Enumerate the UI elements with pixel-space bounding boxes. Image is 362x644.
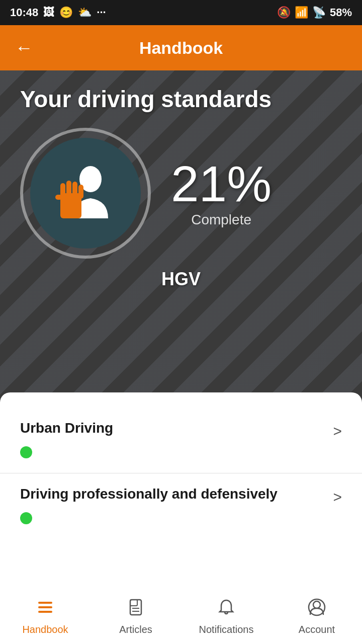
- page-title: Handbook: [139, 38, 223, 58]
- gallery-icon: 🖼: [43, 6, 54, 19]
- status-bar-left: 10:48 🖼 😊 ⛅ ···: [10, 6, 106, 19]
- more-icon: ···: [97, 6, 106, 19]
- emoji-icon: 😊: [59, 6, 73, 19]
- svg-rect-11: [130, 600, 137, 606]
- list-item[interactable]: Driving professionally and defensively >: [0, 473, 362, 539]
- user-icon: [308, 598, 326, 621]
- chevron-right-icon: >: [333, 423, 342, 440]
- list-item-header: Urban Driving >: [20, 420, 342, 442]
- list-item-header: Driving professionally and defensively >: [20, 486, 342, 508]
- svg-rect-9: [38, 611, 52, 613]
- nav-label-articles: Articles: [119, 624, 152, 635]
- mute-icon: 🔕: [277, 6, 291, 19]
- nav-item-handbook[interactable]: Handbook: [0, 598, 90, 635]
- file-icon: [127, 598, 145, 621]
- percentage-number: 21%: [171, 158, 272, 209]
- status-bar-right: 🔕 📶 📡 58%: [277, 6, 352, 19]
- svg-rect-5: [78, 185, 83, 199]
- svg-rect-3: [66, 181, 71, 198]
- category-label: HGV: [20, 269, 342, 290]
- list-item-title: Driving professionally and defensively: [20, 486, 278, 502]
- nav-item-notifications[interactable]: Notifications: [181, 598, 272, 635]
- hero-section: Your driving standards: [0, 70, 362, 403]
- back-button[interactable]: ←: [15, 37, 33, 58]
- app-header: ← Handbook: [0, 25, 362, 70]
- svg-rect-4: [72, 182, 77, 198]
- driver-svg-icon: [45, 153, 126, 233]
- list-icon: [36, 598, 54, 621]
- svg-rect-6: [55, 195, 62, 200]
- time-display: 10:48: [10, 6, 38, 19]
- status-dot-active: [20, 512, 32, 524]
- nav-label-account: Account: [299, 624, 335, 635]
- nav-item-articles[interactable]: Articles: [90, 598, 181, 635]
- bell-icon: [217, 598, 235, 621]
- bottom-navigation: Handbook Articles Notifications: [0, 589, 362, 644]
- svg-rect-10: [130, 600, 141, 615]
- nav-label-handbook: Handbook: [22, 624, 68, 635]
- status-dot-active: [20, 446, 32, 458]
- content-card: Urban Driving > Driving professionally a…: [0, 392, 362, 594]
- svg-rect-8: [38, 606, 52, 608]
- hero-middle: 21% Complete: [20, 128, 342, 259]
- chevron-right-icon: >: [333, 489, 342, 506]
- wifi-icon: 📶: [295, 6, 308, 19]
- list-item-title: Urban Driving: [20, 420, 113, 436]
- driver-icon-outer-circle: [20, 128, 151, 259]
- svg-rect-7: [38, 602, 52, 604]
- percentage-block: 21% Complete: [171, 158, 272, 228]
- svg-point-14: [313, 601, 320, 608]
- nav-label-notifications: Notifications: [199, 624, 254, 635]
- status-bar: 10:48 🖼 😊 ⛅ ··· 🔕 📶 📡 58%: [0, 0, 362, 25]
- hero-content: Your driving standards: [0, 70, 362, 290]
- hero-title: Your driving standards: [20, 86, 342, 113]
- battery-display: 58%: [330, 6, 352, 19]
- weather-icon: ⛅: [78, 6, 92, 19]
- nav-item-account[interactable]: Account: [272, 598, 362, 635]
- driver-icon-inner-circle: [30, 138, 141, 249]
- list-item[interactable]: Urban Driving >: [0, 408, 362, 473]
- complete-label: Complete: [171, 212, 272, 228]
- signal-icon: 📡: [312, 6, 326, 19]
